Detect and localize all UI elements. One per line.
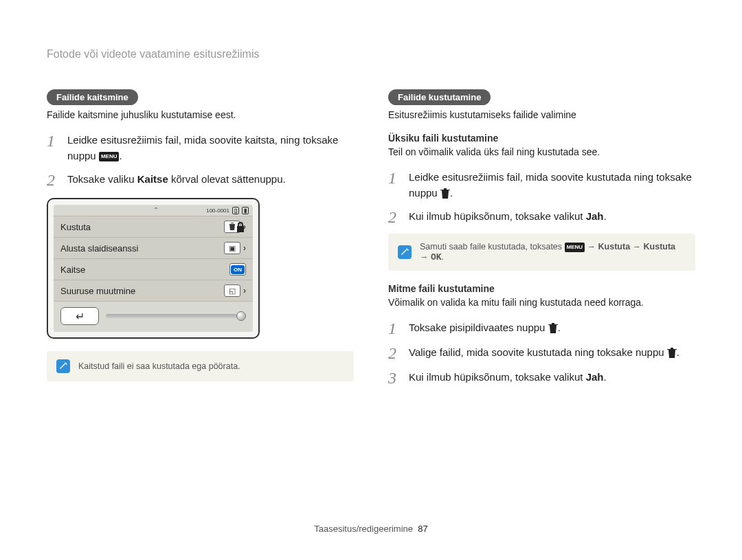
footer-section: Taasesitus/redigeerimine [314,524,413,534]
ok-label: OK [431,252,442,262]
footer: Taasesitus/redigeerimine 87 [0,524,742,534]
slider-thumb[interactable] [236,311,246,321]
note-delete-menu: Samuti saab faile kustutada, toksates ME… [388,234,695,271]
right-multi-step-1: 1 Toksake pisipildivaates nuppu . [388,320,695,337]
info-icon [398,245,412,259]
step-number: 2 [388,209,401,225]
on-badge: ON [231,265,245,274]
desc-single: Teil on võimalik valida üks fail ning ku… [388,146,695,157]
right-column: Failide kustutamine Esitusrežiimis kustu… [388,48,695,394]
heading-multi: Mitme faili kustutamine [388,283,695,294]
menu-row-protect[interactable]: Kaitse ON [54,258,253,280]
right-single-step-2: 2 Kui ilmub hüpiksõnum, toksake valikut … [388,209,695,225]
heading-single: Üksiku faili kustutamine [388,133,695,144]
right-multi-step-3: 3 Kui ilmub hüpiksõnum, toksake valikut … [388,370,695,386]
right-multi-step-2: 2 Valige failid, mida soovite kustutada … [388,345,695,361]
right-subtext: Esitusrežiimis kustutamiseks failide val… [388,109,695,120]
chevron-right-icon: › [243,243,246,253]
right-single-step-1: 1 Leidke esitusrežiimis fail, mida soovi… [388,170,695,201]
menu-row-slideshow[interactable]: Alusta slaidiseanssi ▣ › [54,237,253,258]
menu-row-resize[interactable]: Suuruse muutmine ◱ › [54,280,253,302]
pill-deleting: Failide kustutamine [388,89,491,105]
trash-icon [667,348,677,359]
note-protected: Kaitstud faili ei saa kustutada ega pöör… [47,351,354,381]
page-header: Fotode või videote vaatamine esitusrežii… [47,48,259,60]
step-number: 1 [388,170,401,186]
chevron-up-icon: ⌃ [153,206,159,214]
lock-icon [235,221,246,236]
info-icon [56,359,70,373]
pill-protecting: Failide kaitsmine [47,89,138,105]
step-number: 3 [388,370,401,386]
menu-row-delete[interactable]: Kustuta › [54,216,253,237]
left-step-1: 1 Leidke esitusrežiimis fail, mida soovi… [47,133,354,164]
menu-icon: MENU [99,152,120,161]
menu-list: Kustuta › Alusta slaidiseanssi [54,216,253,302]
camera-screen: ⌃ 100-0001 ▯ ▮ Kustuta [47,198,260,339]
sd-icon: ▯ [232,207,239,214]
chevron-right-icon: › [243,286,246,295]
trash-icon [440,188,450,199]
trash-icon [548,323,558,334]
step-number: 2 [47,172,59,188]
resize-icon: ◱ [224,284,240,297]
menu-icon: MENU [565,243,585,252]
file-counter: 100-0001 [206,208,229,214]
step-number: 1 [388,320,401,337]
zoom-slider[interactable] [106,314,246,318]
back-button[interactable]: ↵ [60,307,99,325]
desc-multi: Võimalik on valida ka mitu faili ning ku… [388,297,695,308]
left-column: Failide kaitsmine Failide kaitsmine juhu… [47,48,354,394]
slideshow-icon: ▣ [224,242,240,254]
left-step-2: 2 Toksake valiku Kaitse kõrval olevat sä… [47,172,354,188]
note-text: Samuti saab faile kustutada, toksates ME… [420,242,686,262]
page-number: 87 [418,524,427,534]
battery-icon: ▮ [242,207,249,214]
left-subtext: Failide kaitsmine juhusliku kustutamise … [47,109,354,120]
note-text: Kaitstud faili ei saa kustutada ega pöör… [78,361,240,371]
step-number: 2 [388,345,401,361]
step-number: 1 [47,133,59,149]
